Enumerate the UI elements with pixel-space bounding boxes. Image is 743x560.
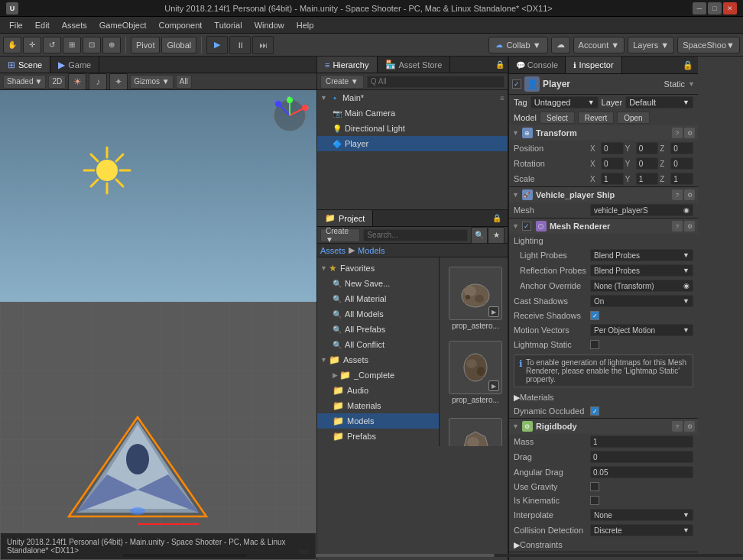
menu-file[interactable]: File: [3, 19, 29, 31]
menu-window[interactable]: Window: [248, 19, 290, 31]
minimize-button[interactable]: ─: [693, 2, 706, 15]
rigidbody-header[interactable]: ▼ ⚙ Rigidbody ? ⚙: [509, 419, 698, 434]
vehicle-tool-2[interactable]: ⚙: [684, 189, 695, 200]
mass-input[interactable]: 1: [590, 435, 693, 448]
receive-shadows-checkbox[interactable]: [590, 311, 599, 320]
tree-all-materials[interactable]: 🔍 All Material: [317, 291, 439, 306]
tree-prefabs[interactable]: 📁 Prefabs: [317, 429, 439, 444]
file-asteroid-2[interactable]: ▶ prop_astero...: [446, 338, 505, 407]
rigidbody-tool-2[interactable]: ⚙: [684, 421, 695, 432]
scale-y-input[interactable]: 1: [636, 173, 659, 185]
hierarchy-search-input[interactable]: [367, 76, 505, 88]
pivot-dropdown[interactable]: Pivot: [131, 37, 160, 53]
menu-help[interactable]: Help: [290, 19, 320, 31]
project-star-button[interactable]: ★: [488, 227, 505, 244]
transform-tool-1[interactable]: ?: [672, 128, 683, 138]
project-search-input[interactable]: [363, 229, 468, 241]
tree-complete[interactable]: ▶ 📁 _Complete: [317, 367, 439, 383]
drag-input[interactable]: 0: [590, 451, 693, 463]
tag-dropdown[interactable]: Untagged ▼: [530, 96, 599, 108]
rect-tool-button[interactable]: ⊡: [83, 37, 101, 53]
menu-assets[interactable]: Assets: [56, 19, 93, 31]
scale-tool-button[interactable]: ⊞: [63, 37, 81, 53]
scale-z-input[interactable]: 1: [670, 173, 693, 185]
mesh-renderer-checkbox[interactable]: [522, 222, 531, 231]
play-preview-icon[interactable]: ▶: [488, 306, 499, 317]
fx-toggle[interactable]: ✦: [109, 73, 128, 90]
breadcrumb-models[interactable]: Models: [358, 246, 384, 255]
hierarchy-item-main[interactable]: ▼ 🔹 Main* ≡: [317, 90, 508, 105]
tree-all-models[interactable]: 🔍 All Models: [317, 306, 439, 322]
interpolate-dropdown[interactable]: None ▼: [590, 509, 693, 521]
hierarchy-create-button[interactable]: Create ▼: [320, 75, 364, 89]
transform-tool-2[interactable]: ⚙: [684, 128, 695, 138]
asset-store-tab[interactable]: 🏪 Asset Store: [378, 57, 451, 73]
rot-y-input[interactable]: 0: [636, 157, 659, 170]
menu-component[interactable]: Component: [152, 19, 208, 31]
anchor-override-dropdown[interactable]: None (Transform) ◉: [590, 280, 693, 292]
light-toggle[interactable]: ☀: [68, 73, 86, 90]
static-dropdown-arrow[interactable]: ▼: [688, 80, 695, 88]
motion-vectors-dropdown[interactable]: Per Object Motion ▼: [590, 324, 693, 336]
project-create-button[interactable]: Create ▼: [320, 228, 360, 242]
mesh-renderer-tool-1[interactable]: ?: [672, 221, 683, 231]
tree-models[interactable]: 📁 Models: [317, 413, 439, 429]
vehicle-header[interactable]: ▼ 🚀 Vehicle_player Ship ? ⚙: [509, 187, 698, 202]
hierarchy-item-player[interactable]: 🔷 Player: [317, 136, 508, 151]
scene-view[interactable]: x z y Iso Unity 2018.2.14f1 Personal (64…: [0, 90, 316, 560]
rigidbody-tool-1[interactable]: ?: [672, 421, 683, 432]
move-tool-button[interactable]: ✛: [23, 37, 41, 53]
console-tab[interactable]: 💬 Console: [509, 57, 566, 73]
dynamic-occluded-checkbox[interactable]: [590, 406, 599, 416]
scene-gizmo[interactable]: x z y: [271, 96, 309, 134]
materials-row[interactable]: ▶ Materials: [509, 390, 698, 404]
collab-button[interactable]: ☁ Collab ▼: [488, 37, 547, 53]
scale-x-input[interactable]: 1: [601, 173, 624, 185]
pos-x-input[interactable]: 0: [601, 142, 624, 154]
shading-mode-dropdown[interactable]: Shaded ▼: [3, 75, 46, 89]
tree-new-saved[interactable]: 🔍 New Save...: [317, 276, 439, 291]
project-lock-icon[interactable]: 🔒: [492, 214, 501, 222]
inspector-tab[interactable]: ℹ Inspector: [566, 57, 622, 73]
menu-tutorial[interactable]: Tutorial: [208, 19, 248, 31]
2d-button[interactable]: 2D: [48, 75, 66, 89]
audio-toggle[interactable]: ♪: [89, 73, 107, 90]
transform-tool-button[interactable]: ⊕: [102, 37, 121, 53]
layout-button[interactable]: SpaceShoo▼: [677, 37, 740, 53]
account-button[interactable]: Account ▼: [573, 37, 625, 53]
scene-tab[interactable]: ⊞ Scene: [0, 57, 50, 73]
transform-header[interactable]: ▼ ⊕ Transform ? ⚙: [509, 125, 698, 141]
angular-drag-input[interactable]: 0.05: [590, 466, 693, 478]
play-preview-icon-2[interactable]: ▶: [488, 380, 499, 391]
collision-detection-dropdown[interactable]: Discrete ▼: [590, 524, 693, 536]
rot-x-input[interactable]: 0: [601, 157, 624, 170]
close-button[interactable]: ✕: [723, 2, 737, 15]
rot-z-input[interactable]: 0: [670, 157, 693, 170]
cast-shadows-dropdown[interactable]: On ▼: [590, 295, 693, 307]
file-asteroid-1[interactable]: ▶ prop_astero...: [446, 264, 505, 333]
global-dropdown[interactable]: Global: [161, 37, 196, 53]
favorites-header[interactable]: ▼ ★ Favorites: [317, 261, 439, 276]
lightmap-static-checkbox[interactable]: [590, 340, 599, 349]
player-enabled-checkbox[interactable]: [512, 79, 521, 89]
inspector-lock-button[interactable]: 🔒: [678, 57, 698, 73]
rotate-tool-button[interactable]: ↺: [43, 37, 61, 53]
tree-materials[interactable]: 📁 Materials: [317, 398, 439, 413]
use-gravity-checkbox[interactable]: [590, 482, 599, 491]
play-button[interactable]: ▶: [206, 36, 228, 54]
hierarchy-lock-icon[interactable]: 🔒: [495, 60, 505, 69]
assets-header[interactable]: ▼ 📁 Assets: [317, 352, 439, 367]
open-button[interactable]: Open: [617, 112, 649, 124]
hand-tool-button[interactable]: ✋: [3, 37, 21, 53]
layer-dropdown[interactable]: Default ▼: [625, 96, 693, 108]
project-search-button[interactable]: 🔍: [471, 227, 488, 244]
revert-button[interactable]: Revert: [578, 112, 614, 124]
hierarchy-item-camera[interactable]: 📷 Main Camera: [317, 105, 508, 121]
select-button[interactable]: Select: [540, 112, 575, 124]
tree-scenes[interactable]: 📁 Scenes: [317, 444, 439, 446]
project-tab[interactable]: 📁 Project: [317, 210, 373, 226]
pos-y-input[interactable]: 0: [636, 142, 659, 154]
game-tab[interactable]: ▶ Game: [50, 57, 99, 73]
pos-z-input[interactable]: 0: [670, 142, 693, 154]
tree-all-prefabs[interactable]: 🔍 All Prefabs: [317, 322, 439, 337]
